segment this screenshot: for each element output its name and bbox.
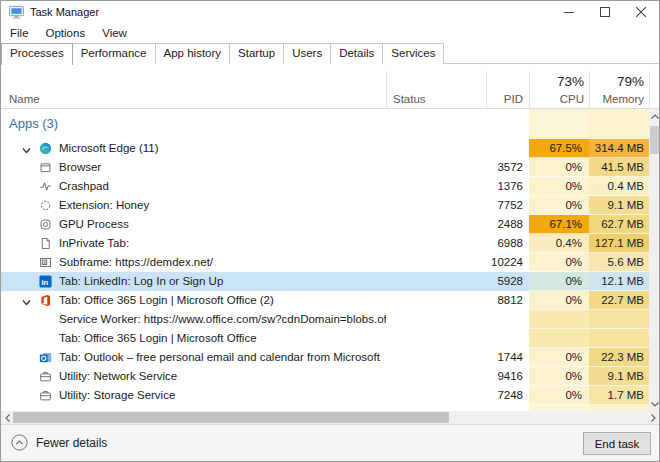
pid-value — [461, 310, 523, 329]
tab-details[interactable]: Details — [330, 43, 383, 64]
close-button[interactable] — [623, 1, 659, 23]
table-row[interactable]: Utility: Network Service 9416 0% 9.1 MB — [1, 367, 649, 386]
scroll-left-icon[interactable] — [1, 411, 13, 424]
horizontal-scrollbar-thumb[interactable] — [13, 412, 449, 423]
document-page-icon — [39, 237, 52, 250]
maximize-button[interactable] — [587, 1, 623, 23]
memory-value: 41.5 MB — [589, 158, 649, 177]
office-icon — [39, 294, 52, 307]
scroll-down-icon[interactable] — [649, 397, 660, 411]
cpu-value: 0% — [529, 348, 589, 367]
table-row[interactable]: GPU Process 2488 67.1% 62.7 MB — [1, 215, 649, 234]
tab-performance[interactable]: Performance — [72, 43, 156, 64]
table-row[interactable]: InPrivate Tab: 6988 0.4% 127.1 MB — [1, 234, 649, 253]
cpu-value: 0% — [529, 196, 589, 215]
memory-value: 62.7 MB — [589, 215, 649, 234]
menu-item-options[interactable]: Options — [46, 27, 86, 39]
cpu-value: 0% — [529, 386, 589, 405]
table-row[interactable]: a Subframe: https://demdex.net/ 10224 0%… — [1, 253, 649, 272]
svg-text:a: a — [43, 260, 46, 265]
horizontal-scrollbar[interactable] — [1, 411, 660, 424]
cpu-value: 0% — [529, 158, 589, 177]
memory-value: 22.3 MB — [589, 348, 649, 367]
crashpad-pulse-icon — [39, 180, 52, 193]
utility-briefcase-icon — [39, 370, 52, 383]
column-divider — [649, 71, 650, 109]
pid-value: 6988 — [461, 234, 523, 253]
cpu-value: 0% — [529, 367, 589, 386]
end-task-button[interactable]: End task — [583, 432, 651, 455]
pid-value: 2488 — [461, 215, 523, 234]
vertical-scrollbar-thumb[interactable] — [650, 126, 660, 154]
process-name: GPU Process — [1, 215, 386, 234]
memory-value — [589, 329, 649, 348]
extension-icon — [39, 199, 52, 212]
vertical-scrollbar[interactable] — [649, 109, 660, 411]
process-name: Service Worker: https://www.office.com/s… — [1, 310, 386, 329]
gpu-process-icon — [39, 218, 52, 231]
menu-item-view[interactable]: View — [102, 27, 127, 39]
table-row[interactable]: Microsoft Edge (11) 67.5% 314.4 MB — [1, 139, 649, 158]
pid-value — [461, 139, 523, 158]
tab-app-history[interactable]: App history — [155, 43, 231, 64]
column-header-name[interactable]: Name — [9, 93, 40, 105]
footer-bar: Fewer details End task — [1, 424, 660, 462]
memory-value: 9.1 MB — [589, 367, 649, 386]
process-list: Apps (3) Microsoft Edge (11) 67.5% 314.4… — [1, 109, 649, 411]
table-row[interactable]: Browser 3572 0% 41.5 MB — [1, 158, 649, 177]
table-row[interactable]: Crashpad 1376 0% 0.4 MB — [1, 177, 649, 196]
table-row[interactable]: in Tab: LinkedIn: Log In or Sign Up 5928… — [1, 272, 649, 291]
table-row[interactable]: Tab: Outlook – free personal email and c… — [1, 348, 649, 367]
column-divider[interactable] — [386, 71, 387, 109]
column-header-cpu[interactable]: CPU — [529, 93, 584, 105]
pid-value: 7248 — [461, 386, 523, 405]
title-bar: Task Manager — [1, 1, 659, 23]
fewer-details-label: Fewer details — [36, 436, 107, 450]
pid-value: 7752 — [461, 196, 523, 215]
menu-bar: FileOptionsView — [1, 23, 659, 43]
table-row[interactable]: Utility: Storage Service 7248 0% 1.7 MB — [1, 386, 649, 405]
table-row[interactable]: Service Worker: https://www.office.com/s… — [1, 310, 649, 329]
table-row[interactable]: Tab: Office 365 Login | Microsoft Office… — [1, 291, 649, 310]
tab-bar: ProcessesPerformanceApp historyStartupUs… — [1, 43, 659, 64]
memory-value: 1.7 MB — [589, 386, 649, 405]
table-row[interactable]: Tab: Office 365 Login | Microsoft Office — [1, 329, 649, 348]
column-header-status[interactable]: Status — [393, 93, 426, 105]
minimize-button[interactable] — [551, 1, 587, 23]
scroll-up-icon[interactable] — [649, 109, 660, 123]
linkedin-icon: in — [39, 275, 52, 288]
process-name: Extension: Honey — [1, 196, 386, 215]
pid-value — [461, 329, 523, 348]
cpu-value: 0% — [529, 253, 589, 272]
chevron-down-icon[interactable] — [21, 143, 32, 154]
window-title: Task Manager — [30, 6, 99, 18]
cpu-value: 0% — [529, 177, 589, 196]
memory-value: 12.1 MB — [589, 272, 649, 291]
chevron-up-circle-icon — [11, 434, 28, 451]
process-name: Microsoft Edge (11) — [1, 139, 386, 158]
table-header: Name Status PID 73% CPU 79% Memory — [1, 71, 660, 109]
tab-users[interactable]: Users — [283, 43, 331, 64]
pid-value: 8812 — [461, 291, 523, 310]
memory-value: 22.7 MB — [589, 291, 649, 310]
process-name: Crashpad — [1, 177, 386, 196]
tab-processes[interactable]: Processes — [1, 43, 73, 65]
menu-item-file[interactable]: File — [10, 27, 29, 39]
process-rows: Microsoft Edge (11) 67.5% 314.4 MB Brows… — [1, 139, 649, 405]
fewer-details-toggle[interactable]: Fewer details — [11, 434, 107, 451]
pid-value: 1744 — [461, 348, 523, 367]
cpu-value — [529, 310, 589, 329]
column-header-memory[interactable]: Memory — [589, 93, 644, 105]
memory-value: 5.6 MB — [589, 253, 649, 272]
group-header-apps[interactable]: Apps (3) — [9, 116, 58, 131]
column-header-pid[interactable]: PID — [486, 93, 523, 105]
chevron-down-icon[interactable] — [21, 295, 32, 306]
scroll-right-icon[interactable] — [647, 411, 659, 424]
pid-value: 10224 — [461, 253, 523, 272]
table-row[interactable]: Extension: Honey 7752 0% 9.1 MB — [1, 196, 649, 215]
cpu-total-percent: 73% — [529, 74, 584, 89]
tab-startup[interactable]: Startup — [229, 43, 284, 64]
tab-services[interactable]: Services — [382, 43, 444, 64]
cpu-value: 0.4% — [529, 234, 589, 253]
process-name: Browser — [1, 158, 386, 177]
